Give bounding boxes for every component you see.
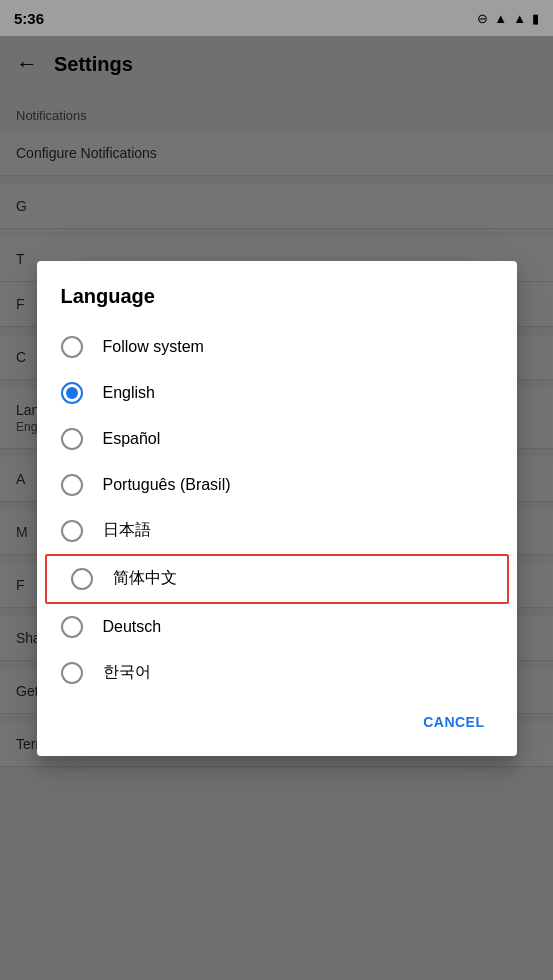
- dialog-overlay: Language Follow system English Español P…: [0, 36, 553, 980]
- radio-simplified-chinese: [71, 568, 93, 590]
- radio-espanol: [61, 428, 83, 450]
- radio-korean: [61, 662, 83, 684]
- deutsch-label: Deutsch: [103, 618, 162, 636]
- follow-system-label: Follow system: [103, 338, 204, 356]
- signal-icon: ▲: [513, 11, 526, 26]
- japanese-label: 日本語: [103, 520, 151, 541]
- radio-japanese: [61, 520, 83, 542]
- option-follow-system[interactable]: Follow system: [37, 324, 517, 370]
- english-label: English: [103, 384, 155, 402]
- portugues-label: Português (Brasil): [103, 476, 231, 494]
- language-dialog: Language Follow system English Español P…: [37, 261, 517, 756]
- battery-icon: ▮: [532, 11, 539, 26]
- dialog-title: Language: [37, 285, 517, 324]
- option-espanol[interactable]: Español: [37, 416, 517, 462]
- option-korean[interactable]: 한국어: [37, 650, 517, 696]
- espanol-label: Español: [103, 430, 161, 448]
- korean-label: 한국어: [103, 662, 151, 683]
- option-english[interactable]: English: [37, 370, 517, 416]
- radio-portugues: [61, 474, 83, 496]
- wifi-icon: ▲: [494, 11, 507, 26]
- option-deutsch[interactable]: Deutsch: [37, 604, 517, 650]
- status-time: 5:36: [14, 10, 44, 27]
- key-icon: ⊖: [477, 11, 488, 26]
- simplified-chinese-label: 简体中文: [113, 568, 177, 589]
- radio-follow-system: [61, 336, 83, 358]
- dialog-actions: CANCEL: [37, 696, 517, 756]
- status-icons: ⊖ ▲ ▲ ▮: [477, 11, 539, 26]
- option-simplified-chinese[interactable]: 简体中文: [45, 554, 509, 604]
- option-portugues[interactable]: Português (Brasil): [37, 462, 517, 508]
- cancel-button[interactable]: CANCEL: [407, 704, 500, 740]
- option-japanese[interactable]: 日本語: [37, 508, 517, 554]
- radio-deutsch: [61, 616, 83, 638]
- status-bar: 5:36 ⊖ ▲ ▲ ▮: [0, 0, 553, 36]
- radio-english: [61, 382, 83, 404]
